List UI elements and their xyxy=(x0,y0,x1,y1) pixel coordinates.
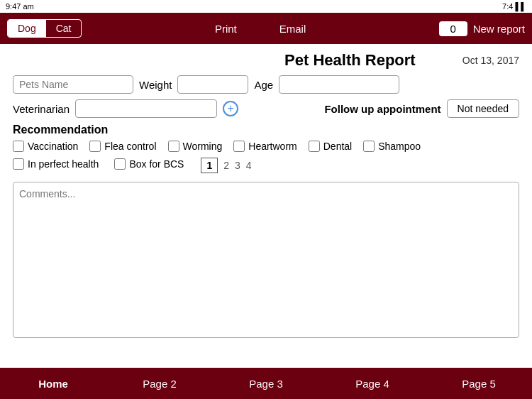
bcs-1[interactable]: 1 xyxy=(201,158,218,173)
page-title: Pet Health Report xyxy=(238,51,462,70)
checkbox-perfect-health-label: In perfect health xyxy=(28,158,99,170)
checkbox-dental-label: Dental xyxy=(323,141,352,152)
email-button[interactable]: Email xyxy=(279,23,306,35)
recommendation-heading: Recommendation xyxy=(13,124,519,136)
bcs-3[interactable]: 3 xyxy=(235,160,240,171)
checkbox-dental[interactable]: Dental xyxy=(309,141,352,152)
checkbox-flea-control-label: Flea control xyxy=(104,141,156,152)
checkbox-worming[interactable]: Worming xyxy=(168,141,223,152)
checkbox-heartworm[interactable]: Heartworm xyxy=(233,141,297,152)
checkbox-perfect-health[interactable]: In perfect health xyxy=(13,158,99,170)
bottom-nav-page4[interactable]: Page 4 xyxy=(319,378,426,390)
report-date: Oct 13, 2017 xyxy=(462,55,519,66)
title-row: Pet Health Report Oct 13, 2017 xyxy=(13,51,519,70)
status-time: 9:47 am xyxy=(6,2,34,11)
checkboxes-row1: Vaccination Flea control Worming Heartwo… xyxy=(13,141,519,155)
add-vet-button[interactable]: + xyxy=(223,101,238,116)
checkbox-worming-input[interactable] xyxy=(168,141,179,152)
bcs-label: Box for BCS xyxy=(129,158,184,170)
follow-up-value-button[interactable]: Not needed xyxy=(447,99,519,118)
report-count: 0 xyxy=(439,21,467,36)
checkbox-vaccination-label: Vaccination xyxy=(28,141,78,152)
pets-name-input[interactable] xyxy=(13,75,133,94)
checkboxes-row2: In perfect health Box for BCS 1 2 3 4 xyxy=(13,158,519,173)
new-report-button[interactable]: New report xyxy=(473,23,525,35)
status-icons: 7:4 ▌▌ xyxy=(502,2,526,11)
age-input[interactable] xyxy=(279,75,399,94)
weight-input[interactable] xyxy=(177,75,248,94)
bottom-nav-page5[interactable]: Page 5 xyxy=(426,378,532,390)
bottom-nav-page3[interactable]: Page 3 xyxy=(213,378,319,390)
vet-followup-row: Veterinarian + Follow up appointment Not… xyxy=(13,99,519,118)
pets-info-row: Weight Age xyxy=(13,75,519,94)
checkbox-bcs-input[interactable] xyxy=(114,158,126,170)
checkbox-bcs[interactable]: Box for BCS xyxy=(114,158,184,170)
vet-label: Veterinarian xyxy=(13,103,70,115)
checkbox-flea-control[interactable]: Flea control xyxy=(89,141,156,152)
nav-right-area: 0 New report xyxy=(439,21,525,36)
bottom-nav: Home Page 2 Page 3 Page 4 Page 5 xyxy=(0,368,532,399)
bottom-nav-page2[interactable]: Page 2 xyxy=(106,378,213,390)
bcs-4[interactable]: 4 xyxy=(246,160,252,171)
age-label: Age xyxy=(254,79,273,91)
checkbox-dental-input[interactable] xyxy=(309,141,320,152)
checkbox-shampoo-input[interactable] xyxy=(363,141,375,152)
nav-links: Print Email xyxy=(82,23,438,35)
checkbox-vaccination[interactable]: Vaccination xyxy=(13,141,78,152)
bcs-value-1[interactable]: 1 xyxy=(199,158,218,173)
comments-textarea[interactable] xyxy=(13,182,519,338)
tab-cat[interactable]: Cat xyxy=(46,20,82,37)
checkbox-worming-label: Worming xyxy=(183,141,223,152)
pet-type-tabs: Dog Cat xyxy=(7,19,82,38)
status-bar: 9:47 am 7:4 ▌▌ xyxy=(0,0,532,13)
checkbox-flea-control-input[interactable] xyxy=(89,141,101,152)
tab-dog[interactable]: Dog xyxy=(8,20,46,37)
checkbox-shampoo[interactable]: Shampoo xyxy=(363,141,421,152)
bottom-nav-home[interactable]: Home xyxy=(0,378,106,390)
checkbox-vaccination-input[interactable] xyxy=(13,141,24,152)
checkbox-heartworm-input[interactable] xyxy=(233,141,245,152)
weight-label: Weight xyxy=(139,79,172,91)
nav-bar: Dog Cat Print Email 0 New report xyxy=(0,13,532,44)
print-button[interactable]: Print xyxy=(215,23,237,35)
checkbox-shampoo-label: Shampoo xyxy=(378,141,421,152)
follow-up-label: Follow up appointment xyxy=(324,103,440,115)
checkbox-heartworm-label: Heartworm xyxy=(248,141,297,152)
vet-input[interactable] xyxy=(75,99,217,118)
bcs-2[interactable]: 2 xyxy=(223,160,229,171)
checkbox-perfect-health-input[interactable] xyxy=(13,158,24,170)
main-content: Pet Health Report Oct 13, 2017 Weight Ag… xyxy=(0,44,532,368)
